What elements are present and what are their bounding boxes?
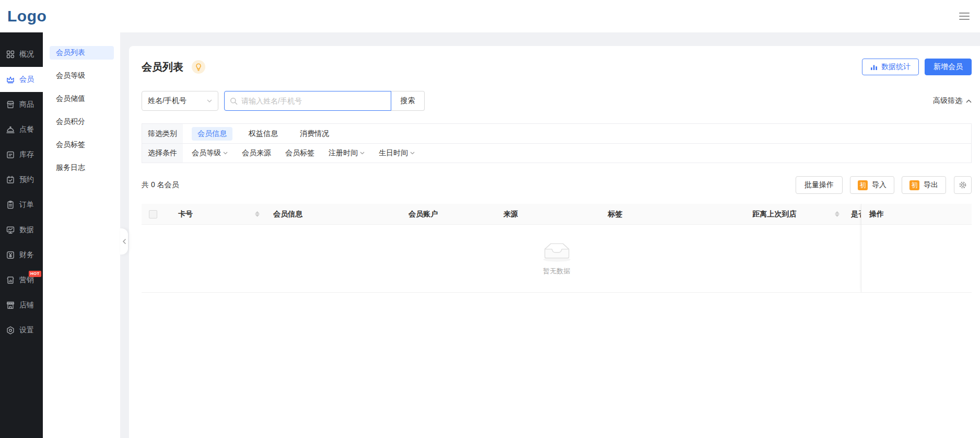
search-input[interactable] — [241, 97, 386, 105]
bar-chart-icon — [870, 63, 878, 71]
submenu-item-member-level[interactable]: 会员等级 — [50, 69, 114, 83]
caret-down-icon — [410, 152, 415, 155]
sidebar-item-dining[interactable]: 点餐 — [0, 117, 43, 142]
settings-icon — [6, 326, 15, 335]
data-icon — [6, 225, 15, 235]
table-body: 暂无数据 — [142, 225, 972, 293]
submenu-item-member-list[interactable]: 会员列表 — [50, 46, 114, 60]
caret-down-icon — [223, 152, 228, 155]
sidebar-item-marketing[interactable]: 营销 HOT — [0, 268, 43, 293]
caret-up-icon — [835, 211, 839, 214]
column-card-number: 卡号 — [178, 210, 193, 219]
import-button[interactable]: 初 导入 — [850, 176, 894, 194]
lightbulb-help-icon[interactable] — [192, 60, 205, 74]
store-icon — [6, 301, 15, 310]
filter-tab-consumption[interactable]: 消费情况 — [294, 127, 335, 141]
gear-icon — [959, 181, 967, 189]
search-input-wrapper — [224, 91, 391, 111]
content-card: 会员列表 数据统计 新增会员 姓名/手机号 — [129, 46, 980, 438]
condition-member-tag[interactable]: 会员标签 — [285, 148, 314, 158]
filter-category-label: 筛选类别 — [142, 124, 183, 143]
sidebar-item-finance[interactable]: 财务 — [0, 243, 43, 268]
filter-tab-member-info[interactable]: 会员信息 — [192, 127, 232, 141]
marketing-icon — [6, 275, 15, 285]
select-all-checkbox[interactable] — [149, 210, 157, 218]
column-last-visit: 距离上次到店 — [753, 210, 797, 219]
submenu-item-member-tags[interactable]: 会员标签 — [50, 138, 114, 152]
sidebar-item-settings[interactable]: 设置 — [0, 318, 43, 343]
secondary-sidebar: 会员列表 会员等级 会员储值 会员积分 会员标签 服务日志 — [43, 32, 120, 438]
data-statistics-button[interactable]: 数据统计 — [862, 59, 919, 75]
column-tag: 标签 — [608, 210, 623, 219]
filter-condition-label: 选择条件 — [142, 144, 183, 163]
caret-down-icon — [835, 214, 839, 217]
column-source: 来源 — [504, 210, 518, 219]
sidebar-item-overview[interactable]: 概况 — [0, 42, 43, 67]
goods-icon — [6, 100, 15, 109]
submenu-item-service-log[interactable]: 服务日志 — [50, 161, 114, 175]
search-icon — [230, 97, 238, 105]
empty-text: 暂无数据 — [543, 266, 570, 275]
calendar-check-icon — [6, 175, 15, 185]
submenu-item-member-stored-value[interactable]: 会员储值 — [50, 92, 114, 106]
column-member-account: 会员账户 — [409, 210, 438, 219]
finance-icon — [6, 250, 15, 260]
condition-member-source[interactable]: 会员来源 — [242, 148, 271, 158]
chevron-left-icon — [122, 239, 126, 244]
hamburger-menu-icon[interactable] — [957, 10, 972, 22]
search-button[interactable]: 搜索 — [391, 91, 425, 111]
sidebar-item-member[interactable]: 会员 — [0, 67, 43, 92]
search-field-selector[interactable]: 姓名/手机号 — [142, 91, 218, 111]
column-member-info: 会员信息 — [273, 210, 302, 219]
order-icon — [6, 200, 15, 210]
caret-down-icon — [360, 152, 365, 155]
condition-register-time[interactable]: 注册时间 — [329, 148, 365, 158]
sidebar-collapse-handle[interactable] — [120, 228, 128, 255]
member-count: 共 0 名会员 — [142, 180, 179, 190]
sidebar-gutter — [120, 32, 129, 438]
member-table: 卡号 会员信息 会员账户 来源 标签 距离上次到店 — [142, 204, 972, 293]
inventory-icon — [6, 150, 15, 159]
sidebar-item-goods[interactable]: 商品 — [0, 92, 43, 117]
cloche-icon — [6, 125, 15, 134]
sidebar-item-reservation[interactable]: 预约 — [0, 167, 43, 192]
empty-box-icon — [540, 240, 574, 262]
sort-card-number[interactable] — [255, 211, 260, 217]
chevron-down-icon — [207, 99, 212, 102]
crown-icon — [6, 75, 15, 84]
filter-tab-benefit-info[interactable]: 权益信息 — [243, 127, 284, 141]
add-member-button[interactable]: 新增会员 — [925, 59, 972, 75]
logo: Logo — [7, 7, 46, 25]
advanced-filter-toggle[interactable]: 高级筛选 — [933, 96, 972, 106]
grid-icon — [6, 50, 15, 59]
main-area: 会员列表 数据统计 新增会员 姓名/手机号 — [129, 32, 980, 438]
hot-badge: HOT — [29, 271, 41, 277]
condition-member-level[interactable]: 会员等级 — [192, 148, 228, 158]
column-settings-button[interactable] — [954, 176, 972, 194]
sidebar-item-data[interactable]: 数据 — [0, 217, 43, 243]
primary-sidebar: 概况 会员 商品 点餐 库存 预约 — [0, 32, 43, 438]
page-title: 会员列表 — [142, 60, 183, 74]
export-button[interactable]: 初 导出 — [902, 176, 946, 194]
sidebar-item-orders[interactable]: 订单 — [0, 192, 43, 217]
sidebar-item-store[interactable]: 店铺 — [0, 293, 43, 318]
tutorial-badge: 初 — [909, 180, 919, 190]
submenu-item-member-points[interactable]: 会员积分 — [50, 115, 114, 129]
fixed-action-column: 操作 — [861, 204, 972, 293]
condition-birthday-time[interactable]: 生日时间 — [379, 148, 415, 158]
chevron-up-icon — [966, 99, 972, 103]
caret-up-icon — [255, 211, 260, 214]
sidebar-item-inventory[interactable]: 库存 — [0, 142, 43, 167]
empty-state: 暂无数据 — [142, 240, 972, 275]
table-header: 卡号 会员信息 会员账户 来源 标签 距离上次到店 — [142, 204, 972, 225]
sort-last-visit[interactable] — [835, 211, 839, 217]
column-action: 操作 — [869, 210, 884, 219]
tutorial-badge: 初 — [858, 180, 868, 190]
filter-panel: 筛选类别 会员信息 权益信息 消费情况 选择条件 会员等级 — [142, 123, 972, 163]
caret-down-icon — [255, 214, 260, 217]
top-header: Logo — [0, 0, 980, 32]
batch-operation-button[interactable]: 批量操作 — [796, 176, 843, 194]
